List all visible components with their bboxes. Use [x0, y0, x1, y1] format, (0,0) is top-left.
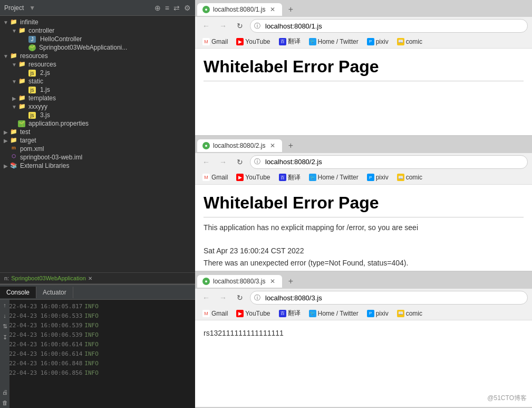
- tree-item-app-properties[interactable]: 🌱 application.properties: [0, 119, 195, 128]
- iml-icon: ⬡: [9, 154, 18, 161]
- tree-arrow-controller: ▼: [11, 28, 18, 34]
- folder-icon-templates: 📁: [18, 94, 26, 102]
- bookmark-gmail-2[interactable]: M Gmail: [199, 173, 231, 182]
- bookmark-youtube-3[interactable]: ▶ YouTube: [233, 309, 273, 318]
- tree-item-springbootapp[interactable]: 🌱 Springboot03WebApplicationi...: [0, 43, 195, 52]
- folder-icon-infinite: 📁: [9, 18, 18, 26]
- tree-item-target[interactable]: ▶ 📁 target: [0, 136, 195, 145]
- tree-item-iml[interactable]: ⬡ springboot-03-web.iml: [0, 153, 195, 162]
- forward-btn-1[interactable]: →: [216, 19, 230, 33]
- refresh-btn-1[interactable]: ↻: [233, 19, 247, 33]
- bookmark-gmail-1[interactable]: M Gmail: [199, 37, 231, 46]
- tree-item-infinite[interactable]: ▼ 📁 infinite: [0, 18, 195, 26]
- forward-btn-3[interactable]: →: [216, 291, 230, 305]
- scroll-down-icon[interactable]: ↓: [3, 312, 6, 319]
- bookmark-gmail-3[interactable]: M Gmail: [199, 309, 231, 318]
- tree-item-2js[interactable]: js 2.js: [0, 69, 195, 77]
- tree-item-templates[interactable]: ▶ 📁 templates: [0, 94, 195, 102]
- bookmark-twitter-3[interactable]: 🐦 Home / Twitter: [306, 309, 362, 318]
- folder-icon-resources-sub: 📁: [18, 61, 26, 68]
- browser-tab-1[interactable]: ● localhost:8080/1.js ✕: [197, 3, 282, 16]
- log-line-2: 2022-04-23 16:00:06.533 INFO: [2, 311, 193, 321]
- wrap-icon[interactable]: ⇅: [3, 323, 7, 330]
- print-icon[interactable]: 🖨: [2, 389, 8, 395]
- tree-item-3js[interactable]: js 3.js: [0, 111, 195, 119]
- bookmark-comic-2[interactable]: 📖 comic: [394, 173, 425, 182]
- add-icon[interactable]: ⊕: [154, 4, 161, 12]
- bookmark-label-baidu-2: 翻译: [288, 173, 301, 182]
- bookmark-baidu-3[interactable]: 百 翻译: [276, 308, 304, 319]
- tree-item-resources-sub[interactable]: ▼ 📁 resources: [0, 60, 195, 69]
- new-tab-btn-2[interactable]: +: [283, 138, 298, 153]
- bookmark-pixiv-2[interactable]: P pixiv: [364, 173, 392, 182]
- folder-icon-xxxyyy: 📁: [18, 103, 26, 110]
- baidu-favicon-2: 百: [279, 174, 286, 181]
- tree-item-static[interactable]: ▼ 📁 static: [0, 77, 195, 86]
- tree-item-controller[interactable]: ▼ 📁 controller: [0, 26, 195, 35]
- back-btn-3[interactable]: ←: [199, 291, 213, 305]
- address-input-1[interactable]: [250, 19, 528, 33]
- tree-label-resources-root: resources: [20, 52, 48, 60]
- browser-tab-2[interactable]: ● localhost:8080/2.js ✕: [197, 139, 282, 152]
- address-input-2[interactable]: [250, 155, 528, 169]
- layout-icon[interactable]: ⇄: [173, 4, 180, 12]
- gmail-favicon-2: M: [202, 174, 210, 181]
- tab-close-3[interactable]: ✕: [268, 277, 277, 286]
- folder-icon-test: 📁: [9, 128, 18, 136]
- bookmark-twitter-2[interactable]: 🐦 Home / Twitter: [306, 173, 362, 182]
- filter-icon[interactable]: ↧: [3, 334, 7, 341]
- browser-chrome-1: ● localhost:8080/1.js ✕ + ← → ↻ ⓘ M Gmai…: [195, 0, 532, 49]
- forward-btn-2[interactable]: →: [216, 155, 230, 169]
- tree-item-xxxyyy[interactable]: ▼ 📁 xxxyyy: [0, 102, 195, 111]
- address-wrapper-2: ⓘ: [250, 155, 528, 169]
- bookmark-baidu-2[interactable]: 百 翻译: [276, 172, 304, 183]
- close-run-config[interactable]: ✕: [88, 276, 92, 281]
- tree-label-target: target: [20, 137, 36, 144]
- extlib-icon: 📚: [9, 162, 18, 169]
- tree-item-extlib[interactable]: ▶ 📚 External Libraries: [0, 162, 195, 170]
- tree-item-pomxml[interactable]: m pom.xml: [0, 145, 195, 153]
- bookmark-pixiv-3[interactable]: P pixiv: [364, 309, 392, 318]
- bookmark-comic-3[interactable]: 📖 comic: [394, 309, 425, 318]
- scroll-up-icon[interactable]: ↑: [3, 302, 6, 308]
- browser-tab-3[interactable]: ● localhost:8080/3.js ✕: [197, 275, 282, 288]
- bookmark-label-twitter-2: Home / Twitter: [318, 174, 359, 181]
- address-input-3[interactable]: [250, 291, 528, 305]
- refresh-btn-3[interactable]: ↻: [233, 291, 247, 305]
- tab-title-1: localhost:8080/1.js: [213, 6, 265, 13]
- bookmark-baidu-1[interactable]: 百 翻译: [276, 36, 304, 47]
- log-level-4: INFO: [84, 330, 99, 340]
- refresh-btn-2[interactable]: ↻: [233, 155, 247, 169]
- trash-icon[interactable]: 🗑: [2, 400, 8, 406]
- console-side-icons: ↑ ↓ ⇅ ↧ 🖨 🗑: [0, 300, 9, 408]
- console-tab-console[interactable]: Console: [0, 287, 36, 298]
- lock-icon-2: ⓘ: [254, 157, 260, 166]
- ide-header: Project ▼ ⊕ ≡ ⇄ ⚙: [0, 0, 195, 16]
- error-extra-2: There was an unexpected error (type=Not …: [204, 257, 524, 269]
- bookmark-comic-1[interactable]: 📖 comic: [394, 37, 425, 46]
- tab-close-2[interactable]: ✕: [268, 141, 277, 150]
- folder-icon-resources-root: 📁: [9, 52, 18, 60]
- folder-icon-controller: 📁: [18, 27, 26, 34]
- new-tab-btn-1[interactable]: +: [283, 2, 298, 17]
- console-tab-actuator[interactable]: Actuator: [36, 287, 73, 298]
- bookmark-pixiv-1[interactable]: P pixiv: [364, 37, 392, 46]
- new-tab-btn-3[interactable]: +: [283, 274, 298, 289]
- bookmark-youtube-1[interactable]: ▶ YouTube: [233, 37, 273, 46]
- tab-close-1[interactable]: ✕: [268, 5, 277, 14]
- bookmark-label-comic-1: comic: [406, 38, 422, 45]
- back-btn-2[interactable]: ←: [199, 155, 213, 169]
- list-icon[interactable]: ≡: [165, 4, 169, 12]
- tree-item-test[interactable]: ▶ 📁 test: [0, 128, 195, 136]
- rs-content-3: rs132111111111111111: [204, 320, 524, 346]
- tree-label-xxxyyy: xxxyyy: [28, 103, 47, 110]
- back-btn-1[interactable]: ←: [199, 19, 213, 33]
- tree-item-hellocontroller[interactable]: J HelloController: [0, 35, 195, 43]
- pixiv-favicon-1: P: [367, 38, 374, 45]
- bookmark-label-gmail-1: Gmail: [211, 38, 228, 45]
- settings-icon[interactable]: ⚙: [184, 4, 191, 12]
- bookmark-youtube-2[interactable]: ▶ YouTube: [233, 173, 273, 182]
- tree-item-1js[interactable]: js 1.js: [0, 86, 195, 94]
- bookmark-twitter-1[interactable]: 🐦 Home / Twitter: [306, 37, 362, 46]
- tree-item-resources-root[interactable]: ▼ 📁 resources: [0, 52, 195, 60]
